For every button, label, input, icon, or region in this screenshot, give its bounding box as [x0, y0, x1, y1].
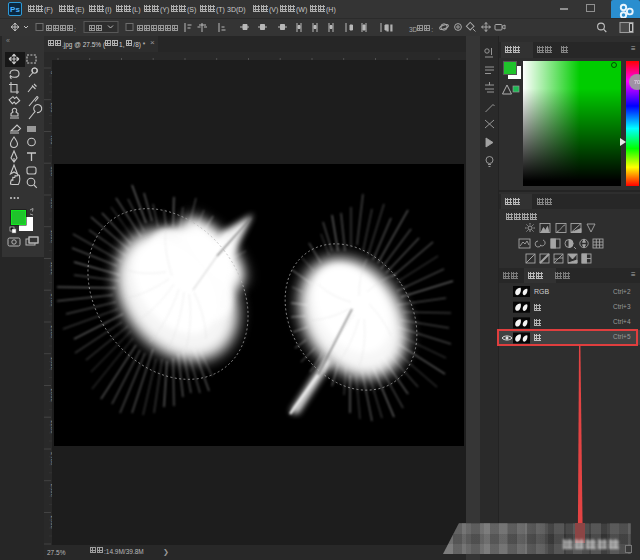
- svg-text:«: «: [6, 37, 10, 44]
